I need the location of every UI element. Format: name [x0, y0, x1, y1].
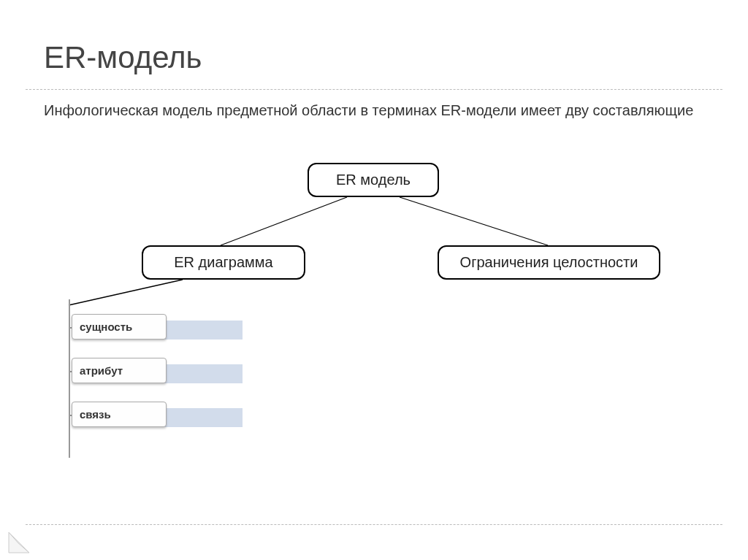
page-title: ER-модель [44, 40, 202, 75]
node-root: ER модель [308, 163, 439, 197]
footer-divider [26, 524, 722, 525]
svg-line-0 [221, 197, 347, 245]
connector-lines [0, 0, 748, 560]
list-item-box: связь [72, 402, 167, 427]
svg-line-2 [69, 280, 183, 305]
svg-line-1 [400, 197, 548, 245]
title-divider [26, 89, 722, 90]
list-item-box: атрибут [72, 358, 167, 383]
page-corner-icon [7, 528, 34, 554]
node-left: ER диаграмма [142, 245, 305, 280]
list-vertical-line [69, 299, 70, 458]
subtitle-text: Инфологическая модель предметной области… [44, 101, 693, 120]
list-item-box: сущность [72, 314, 167, 340]
node-right: Ограничения целостности [438, 245, 660, 280]
